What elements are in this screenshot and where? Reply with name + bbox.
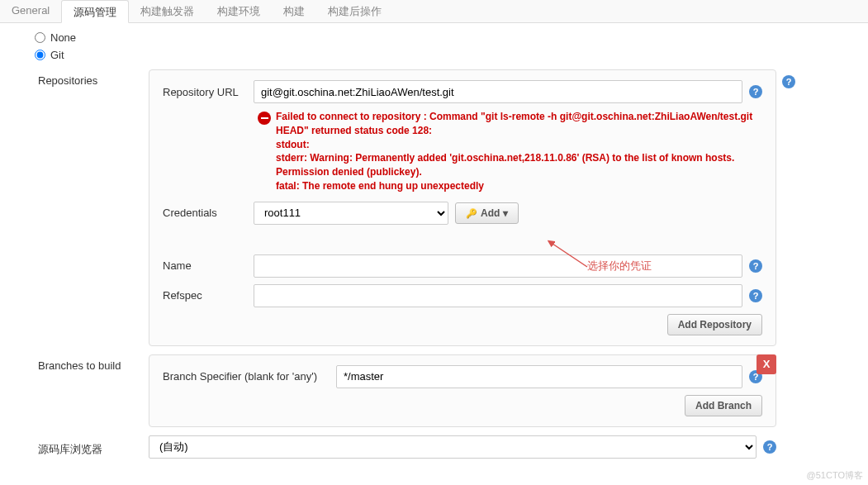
repo-browser-select[interactable]: (自动) [149,435,757,459]
name-input[interactable] [254,254,742,278]
repo-url-input[interactable] [254,80,742,103]
main-content: None Git Repositories ? Repository URL ?… [0,23,868,467]
help-icon[interactable]: ? [749,289,762,302]
error-block: Failed to connect to repository : Comman… [258,110,762,193]
tab-general[interactable]: General [0,0,61,22]
repo-url-label: Repository URL [163,86,254,98]
error-icon [258,112,271,125]
tab-env[interactable]: 构建环境 [206,0,272,22]
annotation-text: 选择你的凭证 [587,259,652,273]
tab-scm[interactable]: 源码管理 [61,0,129,23]
add-label: Add [481,207,500,219]
error-text: Failed to connect to repository : Comman… [276,110,762,193]
repo-browser-label: 源码库浏览器 [25,437,149,457]
close-icon[interactable]: X [757,354,776,374]
help-icon[interactable]: ? [763,440,776,454]
branch-specifier-input[interactable] [336,365,742,388]
repositories-box: ? Repository URL ? Failed to connect to … [149,69,776,346]
tab-post[interactable]: 构建后操作 [316,0,393,22]
credentials-select[interactable]: root111 [254,202,448,225]
help-icon[interactable]: ? [782,75,795,88]
radio-git[interactable] [35,50,45,60]
help-icon[interactable]: ? [749,85,762,98]
radio-none-label: None [50,31,76,44]
branches-box: X Branch Specifier (blank for 'any') ? A… [149,354,776,427]
name-label: Name [163,259,254,272]
radio-none[interactable] [35,32,45,43]
branches-label: Branches to build [25,354,149,427]
add-credential-button[interactable]: Add▾ [455,202,519,224]
branch-specifier-label: Branch Specifier (blank for 'any') [163,370,336,383]
add-branch-button[interactable]: Add Branch [685,395,762,416]
credentials-label: Credentials [163,207,254,219]
tab-build[interactable]: 构建 [272,0,316,22]
repositories-label: Repositories [25,69,149,346]
add-repository-button[interactable]: Add Repository [667,314,762,335]
config-tabs: General 源码管理 构建触发器 构建环境 构建 构建后操作 [0,0,868,23]
key-icon [466,207,477,219]
tab-triggers[interactable]: 构建触发器 [129,0,206,22]
radio-git-label: Git [50,49,64,61]
help-icon[interactable]: ? [749,259,762,273]
refspec-input[interactable] [254,284,742,307]
refspec-label: Refspec [163,289,254,302]
